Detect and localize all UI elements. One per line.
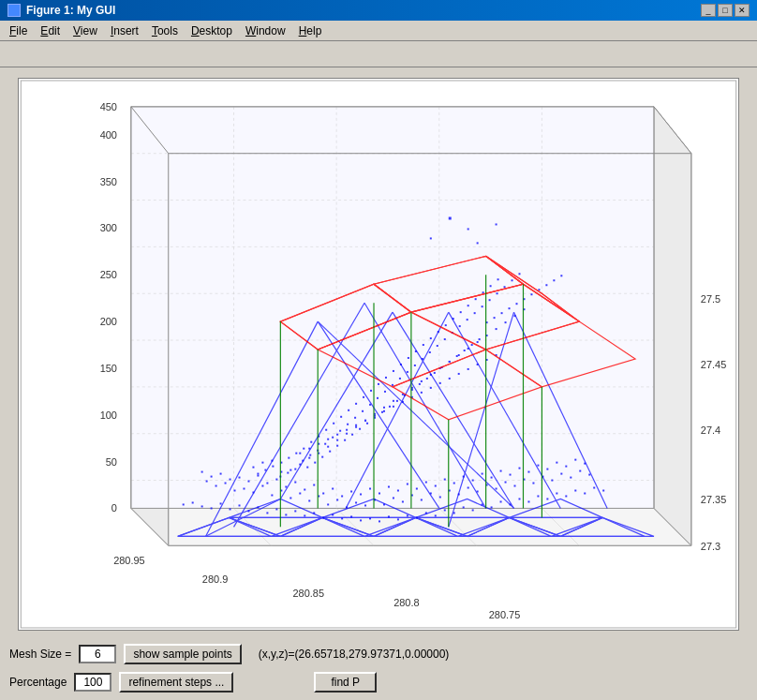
minimize-button[interactable]: _ bbox=[701, 4, 716, 17]
svg-rect-185 bbox=[423, 344, 424, 346]
svg-rect-138 bbox=[537, 465, 539, 467]
svg-rect-153 bbox=[383, 410, 385, 412]
svg-rect-119 bbox=[360, 493, 362, 495]
plot-container: 0 50 100 150 200 250 300 350 400 450 280… bbox=[18, 78, 739, 631]
svg-rect-321 bbox=[545, 284, 547, 286]
svg-rect-66 bbox=[261, 485, 263, 487]
svg-rect-240 bbox=[362, 410, 364, 412]
svg-rect-205 bbox=[336, 439, 338, 441]
menu-insert[interactable]: Insert bbox=[105, 22, 144, 39]
svg-text:300: 300 bbox=[100, 222, 117, 233]
percentage-label: Percentage bbox=[9, 676, 67, 689]
svg-rect-256 bbox=[482, 305, 483, 307]
svg-rect-175 bbox=[348, 410, 349, 411]
svg-rect-129 bbox=[453, 483, 455, 484]
svg-rect-207 bbox=[355, 426, 357, 428]
svg-rect-149 bbox=[346, 429, 348, 431]
menu-help[interactable]: Help bbox=[293, 22, 328, 39]
svg-rect-177 bbox=[363, 396, 364, 398]
svg-text:350: 350 bbox=[100, 176, 117, 187]
svg-rect-260 bbox=[512, 279, 513, 281]
menu-view[interactable]: View bbox=[67, 22, 103, 39]
svg-rect-294 bbox=[435, 514, 437, 516]
svg-rect-173 bbox=[333, 423, 334, 424]
window-icon bbox=[7, 4, 21, 17]
svg-rect-345 bbox=[464, 350, 466, 351]
svg-rect-190 bbox=[460, 311, 462, 313]
svg-rect-320 bbox=[538, 289, 540, 290]
svg-rect-276 bbox=[266, 512, 268, 514]
svg-rect-180 bbox=[385, 377, 387, 379]
svg-rect-136 bbox=[518, 468, 520, 469]
svg-rect-117 bbox=[341, 495, 343, 497]
svg-rect-341 bbox=[434, 372, 436, 374]
svg-rect-116 bbox=[332, 488, 334, 490]
show-sample-points-button[interactable]: show sample points bbox=[124, 644, 241, 664]
svg-rect-247 bbox=[414, 365, 416, 366]
svg-rect-137 bbox=[527, 471, 529, 473]
mesh-size-input[interactable] bbox=[79, 645, 116, 663]
svg-text:200: 200 bbox=[100, 316, 117, 327]
svg-rect-188 bbox=[445, 324, 447, 326]
svg-rect-334 bbox=[381, 411, 383, 413]
find-p-button[interactable]: find P bbox=[314, 672, 377, 693]
svg-rect-191 bbox=[468, 305, 469, 306]
svg-rect-208 bbox=[364, 420, 366, 422]
svg-rect-259 bbox=[504, 286, 506, 288]
svg-rect-231 bbox=[294, 469, 296, 470]
svg-text:50: 50 bbox=[106, 456, 117, 468]
refinement-steps-button[interactable]: refinement steps ... bbox=[119, 672, 233, 693]
svg-rect-262 bbox=[449, 216, 452, 219]
svg-rect-83 bbox=[421, 499, 423, 500]
svg-rect-76 bbox=[355, 501, 357, 503]
svg-rect-196 bbox=[252, 467, 254, 469]
svg-rect-249 bbox=[429, 351, 431, 353]
svg-rect-230 bbox=[287, 472, 289, 474]
svg-rect-210 bbox=[383, 407, 385, 409]
svg-rect-291 bbox=[407, 514, 408, 516]
svg-rect-268 bbox=[192, 501, 194, 503]
svg-rect-100 bbox=[579, 470, 581, 472]
svg-rect-124 bbox=[407, 484, 408, 485]
svg-rect-286 bbox=[360, 519, 362, 521]
svg-rect-242 bbox=[377, 397, 378, 399]
svg-rect-99 bbox=[570, 477, 571, 479]
svg-rect-88 bbox=[468, 487, 469, 489]
svg-rect-102 bbox=[201, 471, 203, 473]
svg-rect-81 bbox=[402, 500, 404, 502]
svg-rect-236 bbox=[332, 437, 334, 439]
svg-rect-220 bbox=[477, 341, 479, 343]
svg-rect-271 bbox=[220, 502, 222, 504]
svg-rect-114 bbox=[313, 484, 315, 486]
close-button[interactable]: ✕ bbox=[735, 4, 750, 17]
maximize-button[interactable]: □ bbox=[718, 4, 733, 17]
svg-rect-322 bbox=[553, 279, 555, 281]
svg-rect-150 bbox=[355, 424, 357, 426]
svg-rect-295 bbox=[444, 509, 446, 511]
svg-text:280.8: 280.8 bbox=[393, 597, 419, 608]
control-row-2: Percentage refinement steps ... find P bbox=[9, 672, 748, 693]
plot-area: 0 50 100 150 200 250 300 350 400 450 280… bbox=[0, 67, 757, 636]
svg-text:27.5: 27.5 bbox=[701, 293, 720, 305]
svg-text:27.45: 27.45 bbox=[701, 359, 726, 370]
menu-file[interactable]: File bbox=[4, 22, 33, 39]
menu-desktop[interactable]: Desktop bbox=[186, 22, 238, 39]
svg-text:0: 0 bbox=[111, 502, 117, 514]
svg-rect-140 bbox=[556, 462, 557, 464]
menu-tools[interactable]: Tools bbox=[146, 22, 184, 39]
menu-window[interactable]: Window bbox=[240, 22, 291, 39]
menu-edit[interactable]: Edit bbox=[35, 22, 66, 39]
svg-rect-176 bbox=[355, 403, 357, 405]
svg-rect-267 bbox=[183, 503, 185, 505]
svg-rect-298 bbox=[472, 509, 474, 511]
svg-rect-132 bbox=[482, 473, 483, 475]
svg-rect-214 bbox=[421, 380, 423, 382]
svg-rect-103 bbox=[211, 476, 213, 478]
svg-rect-131 bbox=[472, 480, 474, 482]
menu-bar: File Edit View Insert Tools Desktop Wind… bbox=[0, 21, 757, 41]
svg-rect-300 bbox=[491, 506, 493, 508]
svg-text:27.3: 27.3 bbox=[701, 541, 720, 552]
percentage-input[interactable] bbox=[74, 673, 111, 692]
svg-text:280.75: 280.75 bbox=[489, 609, 521, 620]
svg-rect-327 bbox=[329, 451, 331, 453]
